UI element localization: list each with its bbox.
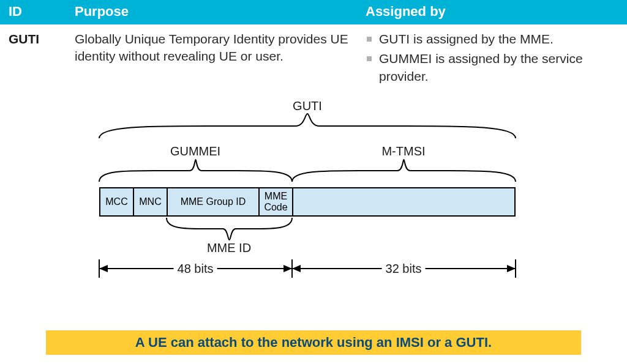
brace-gummei (99, 160, 292, 182)
field-mnc: MNC (134, 188, 168, 215)
guti-diagram: GUTI GUMMEI M-TMSI MCC MNC MME Group ID … (99, 102, 528, 310)
brace-mmeid-label: MME ID (207, 241, 251, 255)
svg-marker-7 (292, 265, 301, 272)
header-purpose: Purpose (66, 0, 357, 24)
highlight-banner: A UE can attach to the network using an … (46, 330, 581, 355)
assigned-item-0: GUTI is assigned by the MME. (366, 31, 618, 48)
cell-purpose: Globally Unique Temporary Identity provi… (66, 24, 357, 91)
field-mcc: MCC (100, 188, 134, 215)
brace-mmeid (167, 218, 292, 240)
field-strip: MCC MNC MME Group ID MMECode (99, 187, 516, 217)
table-header: ID Purpose Assigned by (0, 0, 627, 24)
brace-mtmsi-label: M-TMSI (381, 144, 425, 158)
dimension-left-label: 48 bits (174, 262, 217, 276)
table-row: GUTI Globally Unique Temporary Identity … (0, 24, 627, 91)
header-id: ID (0, 0, 66, 24)
svg-marker-2 (99, 265, 108, 272)
svg-marker-3 (283, 265, 292, 272)
cell-id: GUTI (0, 24, 66, 91)
cell-assigned: GUTI is assigned by the MME. GUMMEI is a… (357, 24, 627, 91)
brace-gummei-label: GUMMEI (170, 144, 220, 158)
field-mme-code: MMECode (260, 188, 293, 215)
assigned-item-1: GUMMEI is assigned by the service provid… (366, 50, 618, 85)
brace-guti-label: GUTI (293, 99, 322, 113)
header-assigned: Assigned by (357, 0, 627, 24)
dimension-right-label: 32 bits (382, 262, 426, 276)
brace-mtmsi (292, 160, 516, 182)
brace-guti (99, 114, 516, 138)
svg-marker-8 (507, 265, 516, 272)
field-mme-group-id: MME Group ID (168, 188, 260, 215)
field-mtmsi (293, 188, 514, 215)
